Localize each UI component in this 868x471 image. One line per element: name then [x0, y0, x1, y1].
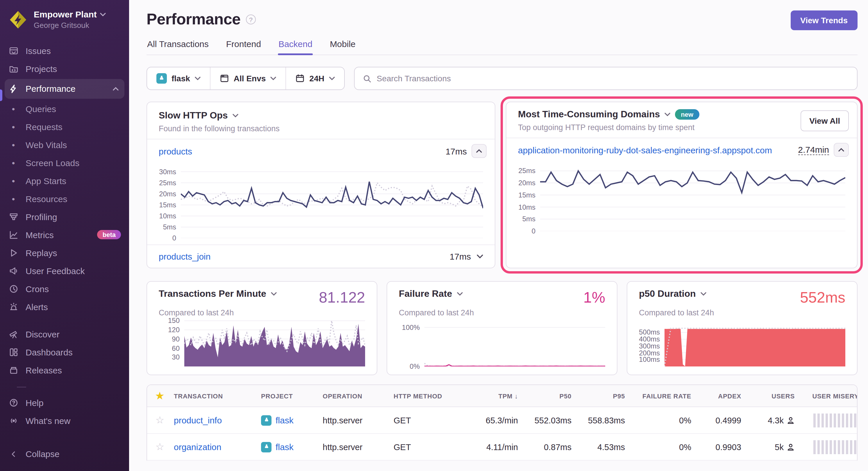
sidebar-item-resources[interactable]: • Resources	[0, 190, 129, 208]
collapse-row-button[interactable]	[471, 144, 487, 158]
transaction-link[interactable]: products	[159, 146, 192, 156]
sidebar-item-label: Releases	[26, 365, 62, 375]
tab-mobile[interactable]: Mobile	[329, 39, 356, 55]
sidebar-item-issues[interactable]: Issues	[0, 41, 129, 60]
col-user-misery[interactable]: USER MISERY	[798, 392, 858, 399]
project-link[interactable]: flask	[276, 442, 293, 452]
sidebar-item-label: Projects	[26, 64, 57, 73]
col-p50[interactable]: P50	[522, 392, 575, 399]
p95-cell: 558.83ms	[575, 415, 628, 425]
p50-title-row[interactable]: p50 Duration	[639, 289, 706, 299]
help-circle-icon[interactable]: ?	[246, 14, 256, 24]
sidebar-item-help[interactable]: Help	[0, 394, 129, 411]
sidebar-item-web-vitals[interactable]: • Web Vitals	[0, 136, 129, 154]
broadcast-icon	[8, 415, 19, 426]
metric-title: Transactions Per Minute	[159, 289, 266, 299]
star-filled-icon[interactable]: ★	[147, 390, 173, 401]
lightning-icon	[8, 84, 19, 93]
col-operation[interactable]: OPERATION	[321, 392, 393, 399]
tab-backend[interactable]: Backend	[278, 39, 313, 55]
sidebar-item-dashboards[interactable]: Dashboards	[0, 343, 129, 361]
col-failure-rate[interactable]: FAILURE RATE	[628, 392, 695, 399]
sidebar-item-profiling[interactable]: Profiling	[0, 208, 129, 226]
sidebar-item-crons[interactable]: Crons	[0, 280, 129, 298]
tpm-cell: 4.11/min	[463, 442, 522, 451]
bullet-icon: •	[8, 176, 19, 186]
search-input[interactable]	[377, 74, 849, 83]
sidebar-item-performance[interactable]: Performance	[5, 79, 124, 98]
project-link[interactable]: flask	[276, 415, 293, 425]
transaction-row-products: products 17ms	[147, 139, 495, 163]
sidebar-item-label: Dashboards	[26, 347, 73, 357]
transaction-link[interactable]: organization	[174, 442, 221, 452]
beta-badge: beta	[97, 230, 121, 239]
sidebar-nav: Issues Projects Performance • Queries	[0, 41, 129, 463]
failure-rate-cell: 0%	[628, 415, 695, 425]
star-outline-icon[interactable]: ☆	[147, 414, 173, 426]
sidebar-item-replays[interactable]: Replays	[0, 244, 129, 262]
sidebar-item-requests[interactable]: • Requests	[0, 117, 129, 136]
sidebar-item-user-feedback[interactable]: User Feedback	[0, 262, 129, 280]
sidebar-item-projects[interactable]: Projects	[0, 60, 129, 77]
collapse-row-button[interactable]	[834, 143, 849, 157]
col-transaction[interactable]: TRANSACTION	[173, 392, 260, 399]
col-tpm[interactable]: TPM ↓	[463, 392, 522, 399]
tab-all-transactions[interactable]: All Transactions	[147, 39, 209, 55]
tab-frontend[interactable]: Frontend	[225, 39, 261, 55]
chevron-left-icon	[8, 450, 19, 457]
slow-http-ops-chart: 30ms25ms20ms15ms10ms5ms0	[155, 167, 483, 238]
users-count: 5k	[775, 442, 784, 451]
failure-rate-title-row[interactable]: Failure Rate	[399, 289, 463, 299]
sidebar-divider	[17, 386, 26, 387]
metric-subtitle: Compared to last 24h	[159, 308, 365, 317]
sidebar-item-label: User Feedback	[26, 266, 85, 276]
col-http-method[interactable]: HTTP METHOD	[393, 392, 463, 399]
help-icon	[8, 398, 19, 407]
sidebar-item-queries[interactable]: • Queries	[0, 100, 129, 117]
failure-rate-value: 1%	[583, 289, 605, 307]
time-consuming-domains-panel: Most Time-Consuming Domains new Top outg…	[506, 102, 858, 268]
transaction-link[interactable]: product_info	[174, 415, 222, 425]
sidebar-item-label: Requests	[26, 122, 62, 132]
flask-project-icon	[156, 73, 167, 83]
sidebar-item-releases[interactable]: Releases	[0, 361, 129, 379]
domains-title-row[interactable]: Most Time-Consuming Domains new	[518, 109, 699, 120]
failure-rate-card: Failure Rate 1% Compared to last 24h 100…	[386, 281, 617, 375]
expand-row-button[interactable]	[471, 255, 483, 259]
transaction-link[interactable]: products_join	[159, 251, 211, 261]
sidebar-item-discover[interactable]: Discover	[0, 325, 129, 343]
sidebar-item-whats-new[interactable]: What's new	[0, 411, 129, 430]
bullet-icon: •	[8, 140, 19, 149]
star-outline-icon[interactable]: ☆	[147, 441, 173, 453]
bullet-icon: •	[8, 104, 19, 113]
sidebar-item-label: Issues	[26, 45, 51, 56]
view-trends-button[interactable]: View Trends	[790, 10, 858, 30]
bullet-icon: •	[8, 122, 19, 132]
environment-filter[interactable]: All Envs	[210, 67, 286, 90]
col-apdex[interactable]: APDEX	[695, 392, 745, 399]
col-p95[interactable]: P95	[575, 392, 628, 399]
slow-http-ops-title-row[interactable]: Slow HTTP Ops	[159, 110, 483, 121]
project-filter[interactable]: flask	[147, 67, 210, 90]
org-switcher[interactable]: Empower Plant George Gritsouk	[0, 9, 129, 30]
sidebar-item-label: Help	[26, 398, 43, 407]
transaction-row-products-join: products_join 17ms	[147, 244, 495, 268]
sidebar-item-metrics[interactable]: Metrics beta	[0, 226, 129, 244]
sidebar-item-label: App Starts	[26, 176, 66, 186]
slow-http-ops-panel: Slow HTTP Ops Found in the following tra…	[147, 102, 495, 268]
sidebar-item-label: Metrics	[26, 230, 54, 240]
flask-project-icon	[261, 442, 272, 452]
view-all-button[interactable]: View All	[801, 110, 849, 131]
tpm-title-row[interactable]: Transactions Per Minute	[159, 289, 277, 299]
col-project[interactable]: PROJECT	[260, 392, 321, 399]
projects-icon	[8, 64, 19, 73]
sidebar-item-app-starts[interactable]: • App Starts	[0, 172, 129, 190]
chevron-up-icon	[113, 87, 119, 90]
sidebar-collapse-button[interactable]: Collapse	[0, 445, 129, 463]
sidebar-item-screen-loads[interactable]: • Screen Loads	[0, 154, 129, 172]
domain-link[interactable]: application-monitoring-ruby-dot-sales-en…	[518, 145, 772, 155]
col-users[interactable]: USERS	[745, 392, 798, 399]
sidebar-item-alerts[interactable]: Alerts	[0, 298, 129, 316]
play-icon	[8, 248, 19, 258]
date-range-filter[interactable]: 24H	[285, 67, 344, 90]
